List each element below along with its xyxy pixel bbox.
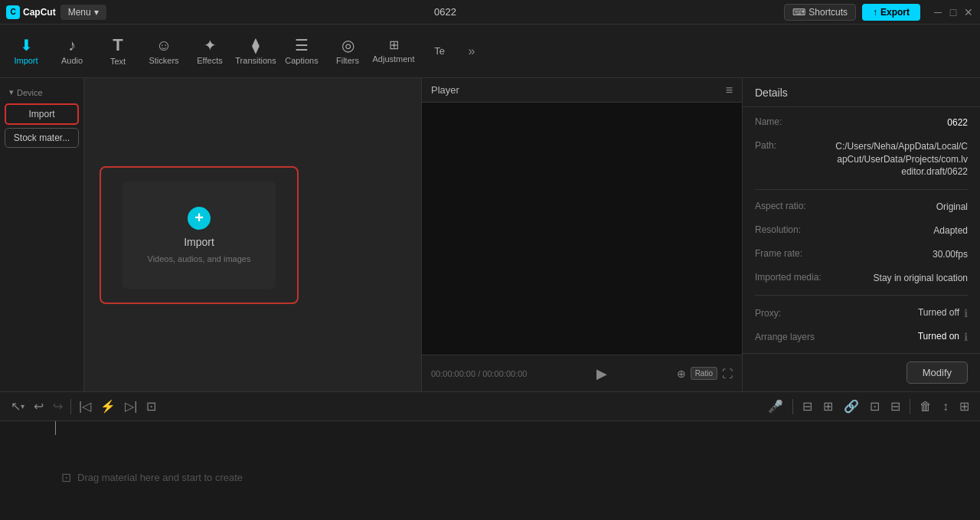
player-menu-icon[interactable]: ≡	[726, 83, 733, 97]
project-title: 0622	[434, 6, 456, 18]
export-button[interactable]: ↑ Export	[862, 4, 920, 21]
text-icon: T	[113, 37, 122, 54]
path-value: C:/Users/Neha/AppData/Local/CapCut/UserD…	[834, 140, 968, 178]
play-button[interactable]: ▶	[591, 363, 612, 384]
redo-button[interactable]: ↪	[50, 396, 66, 417]
cursor-icon: ↖	[11, 399, 21, 414]
ruler-marker	[55, 421, 56, 435]
export-label: Export	[880, 7, 910, 18]
mic-button[interactable]: 🎤	[765, 396, 786, 417]
maximize-button[interactable]: □	[948, 7, 959, 18]
toolbar-effects-label: Effects	[197, 56, 222, 65]
split-right-button[interactable]: ▷|	[122, 396, 140, 417]
magnet-icon: ⊞	[823, 399, 833, 414]
arrange-info-icon[interactable]: ℹ	[964, 331, 968, 343]
settings-timeline-icon: ⊞	[959, 399, 969, 414]
path-label: Path:	[755, 140, 831, 151]
play-icon: ▶	[596, 365, 607, 382]
settings-timeline-button[interactable]: ⊞	[956, 396, 972, 417]
menu-button[interactable]: Menu ▾	[60, 5, 106, 20]
modify-button[interactable]: Modify	[906, 361, 968, 384]
time-total: 00:00:00:00	[482, 369, 527, 378]
timeline-right-tools: 🎤 ⊟ ⊞ 🔗 ⊡ ⊟ 🗑 ↕	[765, 396, 972, 417]
mic-icon: 🎤	[768, 399, 783, 414]
detail-row-arrange: Arrange layers Turned on ℹ	[755, 330, 968, 343]
delete-timeline-button[interactable]: 🗑	[916, 397, 935, 417]
split-left-button[interactable]: |◁	[76, 396, 94, 417]
crop-button[interactable]: ⊡	[143, 396, 159, 417]
import-drop-zone[interactable]: + Import Videos, audios, and images	[100, 166, 299, 304]
lock-audio-button[interactable]: ⊡	[867, 396, 883, 417]
undo-button[interactable]: ↩	[31, 396, 47, 417]
copy-timeline-button[interactable]: ⊟	[887, 396, 903, 417]
stock-material-button[interactable]: Stock mater...	[5, 128, 79, 148]
captions-icon: ☰	[295, 38, 309, 53]
expand-button[interactable]: ↕	[939, 397, 952, 417]
import-icon: ⬇	[20, 38, 33, 53]
toolbar-item-transitions[interactable]: ⧫ Transitions	[233, 28, 279, 75]
crop-icon: ⊡	[146, 399, 156, 414]
toolbar-item-filters[interactable]: ◎ Filters	[325, 28, 371, 75]
resolution-value: Adapted	[933, 224, 968, 237]
minimize-button[interactable]: ─	[933, 7, 943, 18]
detail-row-path: Path: C:/Users/Neha/AppData/Local/CapCut…	[755, 140, 968, 178]
logo-text: CapCut	[23, 7, 56, 18]
toolbar-item-text[interactable]: T Text	[95, 28, 141, 75]
toolbar-item-stickers[interactable]: ☺ Stickers	[141, 28, 187, 75]
toolbar-item-adjustment[interactable]: ⊞ Adjustment	[371, 28, 416, 75]
arrange-label: Arrange layers	[755, 332, 831, 342]
expand-icon: ↕	[942, 400, 949, 414]
detail-row-proxy: Proxy: Turned off ℹ	[755, 306, 968, 319]
toolbar-more-button[interactable]: »	[462, 42, 481, 61]
menu-label: Menu	[68, 7, 91, 18]
toolbar-filters-label: Filters	[336, 56, 359, 65]
device-label: Device	[17, 88, 43, 97]
redo-icon: ↪	[53, 399, 63, 414]
player-body	[422, 103, 742, 355]
magnet-button[interactable]: ⊞	[820, 396, 836, 417]
fullscreen-button[interactable]: ⛶	[722, 368, 733, 380]
detail-row-framerate: Frame rate: 30.00fps	[755, 248, 968, 261]
media-area: + Import Videos, audios, and images	[84, 78, 421, 391]
cursor-tool-button[interactable]: ↖ ▾	[8, 396, 28, 417]
import-button[interactable]: Import	[5, 103, 79, 125]
details-divider-2	[755, 295, 968, 296]
snap-button[interactable]: ⊟	[799, 396, 815, 417]
toolbar-transitions-label: Transitions	[235, 56, 276, 65]
ruler-area	[0, 421, 980, 435]
filters-icon: ◎	[341, 38, 354, 53]
shortcuts-button[interactable]: ⌨ Shortcuts	[784, 4, 856, 21]
import-inner-zone: + Import Videos, audios, and images	[122, 182, 276, 289]
close-button[interactable]: ✕	[963, 7, 974, 18]
cursor-dropdown-icon: ▾	[21, 402, 24, 410]
tl-divider-1	[70, 399, 71, 414]
split-right-icon: ▷|	[125, 399, 137, 414]
toolbar-item-effects[interactable]: ✦ Effects	[187, 28, 233, 75]
timeline-toolbar: ↖ ▾ ↩ ↪ |◁ ⚡ ▷| ⊡ 🎤	[0, 392, 980, 421]
toolbar-import-label: Import	[14, 56, 38, 65]
toolbar-captions-label: Captions	[285, 56, 318, 65]
player-header: Player ≡	[422, 78, 742, 103]
drag-hint: ⊡ Drag material here and start to create	[61, 470, 243, 485]
toolbar-item-import[interactable]: ⬇ Import	[3, 28, 49, 75]
top-bar: C CapCut Menu ▾ 0622 ⌨ Shortcuts ↑ Expor…	[0, 0, 980, 25]
toolbar-item-te[interactable]: Te	[416, 28, 462, 75]
split-button[interactable]: ⚡	[97, 396, 119, 417]
resolution-label: Resolution:	[755, 224, 831, 235]
toolbar-item-captions[interactable]: ☰ Captions	[279, 28, 325, 75]
proxy-info-icon[interactable]: ℹ	[964, 307, 968, 319]
details-title: Details	[755, 87, 788, 99]
ratio-badge[interactable]: Ratio	[691, 367, 717, 380]
bottom-section: ↖ ▾ ↩ ↪ |◁ ⚡ ▷| ⊡ 🎤	[0, 391, 980, 520]
center-panel: + Import Videos, audios, and images	[84, 78, 421, 391]
detail-row-imported-media: Imported media: Stay in original locatio…	[755, 272, 968, 285]
toolbar-item-audio[interactable]: ♪ Audio	[49, 28, 95, 75]
drag-hint-text: Drag material here and start to create	[77, 472, 243, 483]
top-bar-left: C CapCut Menu ▾	[6, 5, 106, 20]
details-body: Name: 0622 Path: C:/Users/Neha/AppData/L…	[743, 107, 980, 353]
imported-media-label: Imported media:	[755, 272, 831, 283]
link-button[interactable]: 🔗	[841, 396, 862, 417]
copy-timeline-icon: ⊟	[890, 399, 900, 414]
zoom-icon[interactable]: ⊕	[677, 368, 686, 380]
framerate-label: Frame rate:	[755, 248, 831, 259]
